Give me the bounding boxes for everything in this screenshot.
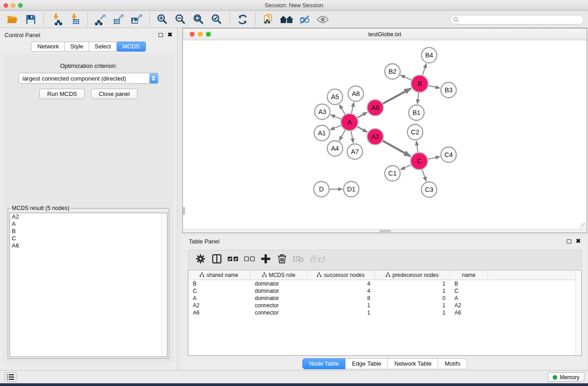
- result-item[interactable]: A6: [10, 242, 167, 249]
- column-header-predecessor-nodes[interactable]: predecessor nodes: [375, 270, 450, 280]
- edge-C-C4[interactable]: [428, 157, 440, 159]
- export-image-icon[interactable]: [128, 13, 146, 26]
- column-header-successor-nodes[interactable]: successor nodes: [307, 270, 375, 280]
- edge-C-C1[interactable]: [401, 165, 411, 170]
- resize-grip-icon[interactable]: [580, 223, 586, 229]
- table-row[interactable]: Adominator80A: [188, 295, 575, 302]
- column-header-name[interactable]: name: [450, 270, 488, 280]
- node-C1[interactable]: C1: [385, 166, 400, 181]
- node-C[interactable]: C: [411, 152, 428, 170]
- edge-A6-B[interactable]: [383, 88, 411, 104]
- table-cell[interactable]: C: [450, 287, 488, 295]
- node-C4[interactable]: C4: [441, 147, 456, 162]
- table-cell[interactable]: connector: [250, 309, 307, 316]
- edge-A-A4[interactable]: [339, 130, 345, 141]
- unchecked-boxes-icon[interactable]: [243, 252, 256, 266]
- import-network-icon[interactable]: [48, 13, 66, 26]
- edge-A-A3[interactable]: [330, 115, 341, 119]
- table-cell[interactable]: 4: [307, 280, 375, 287]
- edge-C-C3[interactable]: [422, 170, 426, 181]
- edge-B-B1[interactable]: [417, 93, 419, 104]
- table-cell[interactable]: A6: [188, 309, 250, 316]
- show-eye-icon[interactable]: [314, 13, 332, 26]
- delete-table-icon[interactable]: [292, 252, 305, 266]
- open-file-icon[interactable]: [4, 13, 22, 26]
- table-cell[interactable]: A6: [450, 309, 488, 316]
- tab-style[interactable]: Style: [65, 42, 89, 52]
- edge-B-B4[interactable]: [422, 63, 426, 75]
- table-row[interactable]: A6connector11A6: [188, 309, 575, 316]
- function-builder-icon[interactable]: f(x): [308, 254, 325, 264]
- edge-C-C2[interactable]: [416, 141, 418, 152]
- table-cell[interactable]: 1: [375, 302, 450, 309]
- import-table-icon[interactable]: [66, 13, 84, 26]
- network-graph[interactable]: A A1 A2 A3 A4 A5 A6 A7 A8 B B1 B2 B3: [183, 40, 587, 229]
- refresh-icon[interactable]: [234, 13, 252, 26]
- zoom-fit-icon[interactable]: [190, 13, 208, 26]
- home-icon[interactable]: [277, 13, 296, 26]
- tab-network[interactable]: Network: [31, 42, 65, 52]
- network-hscrollbar[interactable]: [183, 229, 587, 233]
- node-A2[interactable]: A2: [367, 129, 383, 145]
- result-item[interactable]: A2: [10, 213, 167, 220]
- export-network-icon[interactable]: [91, 13, 110, 26]
- table-cell[interactable]: C: [188, 287, 250, 295]
- table-cell[interactable]: dominator: [250, 280, 307, 287]
- node-D[interactable]: D: [314, 181, 329, 197]
- table-cell[interactable]: 1: [375, 309, 450, 316]
- tab-network-table[interactable]: Network Table: [388, 358, 438, 369]
- run-mcds-button[interactable]: Run MCDS: [39, 89, 85, 99]
- edge-B-B3[interactable]: [429, 86, 440, 88]
- table-close-panel-icon[interactable]: ✖: [576, 239, 581, 243]
- column-header-shared-name[interactable]: shared name: [188, 270, 250, 280]
- table-cell[interactable]: B: [188, 280, 250, 287]
- network-vscroll-thumb[interactable]: [183, 207, 185, 215]
- result-item[interactable]: B: [10, 228, 167, 235]
- delete-column-icon[interactable]: [275, 252, 289, 266]
- table-row[interactable]: A2connector11A2: [188, 302, 575, 309]
- node-B4[interactable]: B4: [421, 48, 437, 63]
- save-session-icon[interactable]: [22, 13, 40, 26]
- node-B1[interactable]: B1: [409, 105, 424, 120]
- node-A[interactable]: A: [341, 114, 358, 131]
- table-cell[interactable]: A2: [450, 302, 488, 309]
- columns-icon[interactable]: [210, 252, 224, 266]
- table-cell[interactable]: A2: [188, 302, 250, 309]
- table-cell[interactable]: B: [450, 280, 488, 287]
- table-cell[interactable]: 1: [375, 287, 450, 295]
- edge-A-A1[interactable]: [330, 125, 341, 130]
- criterion-dropdown[interactable]: largest connected component (directed): [19, 73, 159, 84]
- node-A3[interactable]: A3: [315, 104, 330, 119]
- node-B2[interactable]: B2: [385, 64, 400, 79]
- edge-A2-C[interactable]: [383, 141, 411, 156]
- result-item[interactable]: A: [10, 220, 167, 228]
- tab-node-table[interactable]: Node Table: [302, 358, 346, 369]
- node-A6[interactable]: A6: [367, 100, 383, 116]
- table-cell[interactable]: A: [188, 295, 250, 302]
- float-panel-icon[interactable]: [158, 33, 163, 37]
- table-cell[interactable]: connector: [250, 302, 307, 309]
- result-scrollbar[interactable]: [161, 213, 167, 357]
- edge-B-B2[interactable]: [401, 75, 411, 80]
- node-A5[interactable]: A5: [327, 89, 343, 105]
- clone-network-icon[interactable]: [259, 13, 277, 26]
- edge-A-A2[interactable]: [357, 127, 367, 132]
- node-A4[interactable]: A4: [327, 141, 343, 156]
- gear-icon[interactable]: [194, 252, 207, 266]
- node-C2[interactable]: C2: [407, 124, 423, 140]
- node-A1[interactable]: A1: [314, 125, 330, 141]
- network-canvas[interactable]: A A1 A2 A3 A4 A5 A6 A7 A8 B B1 B2 B3: [183, 40, 587, 229]
- table-cell[interactable]: 8: [307, 295, 375, 302]
- node-B[interactable]: B: [411, 75, 428, 92]
- checked-boxes-icon[interactable]: [226, 252, 240, 266]
- hide-glasses-icon[interactable]: [296, 13, 314, 26]
- table-cell[interactable]: 4: [307, 287, 375, 295]
- tab-motifs[interactable]: Motifs: [438, 358, 467, 369]
- table-row[interactable]: Cdominator41C: [188, 287, 575, 295]
- table-cell[interactable]: dominator: [250, 287, 307, 295]
- result-item[interactable]: C: [10, 235, 167, 242]
- node-B3[interactable]: B3: [441, 82, 456, 98]
- table-scrollbar[interactable]: [575, 270, 581, 355]
- table-row[interactable]: Bdominator41B: [188, 280, 575, 287]
- edge-A-A8[interactable]: [351, 102, 354, 113]
